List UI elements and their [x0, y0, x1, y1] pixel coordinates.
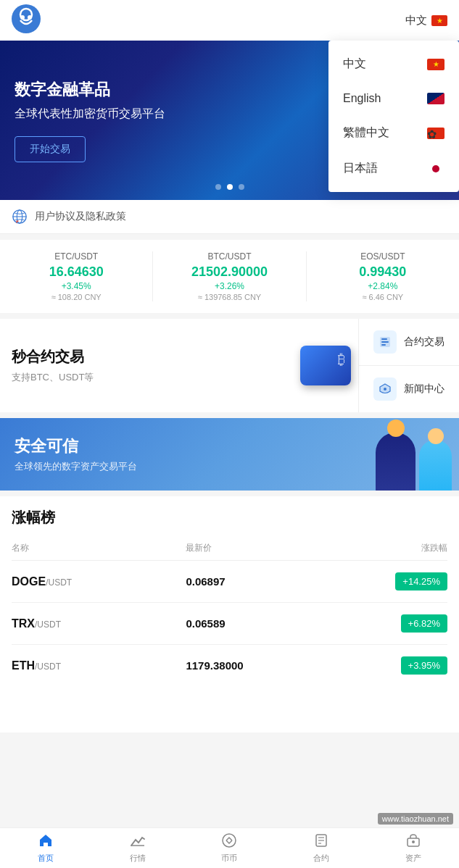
promo-banner[interactable]: 安全可信 全球领先的数字资产交易平台	[0, 418, 459, 491]
change-badge-eth: +3.95%	[401, 656, 447, 675]
market-row-doge[interactable]: DOGE/USDT 0.06897 +14.25%	[12, 561, 447, 603]
news-center-button[interactable]: 新闻中心	[359, 366, 459, 412]
price-pair-btc: BTC/USDT	[153, 251, 305, 262]
coin-name-doge: DOGE/USDT	[12, 575, 186, 588]
lang-option-zh[interactable]: 中文 ★	[328, 46, 459, 82]
market-header: 名称 最新价 涨跌幅	[12, 536, 447, 561]
price-change-btc: +3.26%	[153, 281, 305, 291]
coin-name-trx: TRX/USDT	[12, 617, 186, 630]
price-change-etc: +3.45%	[0, 281, 152, 291]
person1-figure	[376, 433, 415, 491]
person2-figure	[419, 440, 452, 491]
coin-price-trx: 0.06589	[186, 617, 331, 630]
lang-option-en[interactable]: English	[328, 82, 459, 115]
svg-point-3	[28, 15, 32, 20]
start-trading-button[interactable]: 开始交易	[15, 136, 86, 162]
promo-figures	[376, 433, 452, 491]
price-value-btc: 21502.90000	[153, 264, 305, 280]
nav-trade[interactable]: 币币	[183, 828, 276, 868]
language-dropdown: 中文 ★ English 繁體中文 ✿ 日本語	[328, 41, 459, 192]
flag-uk-icon	[427, 93, 444, 104]
market-section: 涨幅榜 名称 最新价 涨跌幅 DOGE/USDT 0.06897 +14.25%…	[0, 496, 459, 733]
coin-symbol-doge: DOGE	[12, 575, 46, 588]
coin-pair-trx: /USDT	[35, 619, 61, 630]
home-icon	[38, 832, 54, 851]
notice-globe-icon	[12, 209, 28, 225]
promo-text: 安全可信 全球领先的数字资产交易平台	[15, 435, 137, 473]
market-icon	[130, 832, 146, 851]
price-value-eos: 0.99430	[307, 264, 459, 280]
assets-icon	[405, 832, 421, 851]
col-header-name: 名称	[12, 542, 186, 554]
contract-trading-button[interactable]: 合约交易	[359, 319, 459, 366]
col-header-price: 最新价	[186, 542, 331, 554]
nav-assets[interactable]: 资产	[367, 828, 459, 868]
svg-point-25	[384, 388, 386, 391]
coin-price-doge: 0.06897	[186, 575, 331, 588]
coin-change-eth: +3.95%	[331, 656, 447, 675]
nav-home[interactable]: 首页	[0, 828, 92, 868]
coin-name-eth: ETH/USDT	[12, 659, 186, 672]
nav-home-label: 首页	[38, 853, 54, 864]
banner-dot-1[interactable]	[215, 184, 221, 190]
price-cny-btc: ≈ 139768.85 CNY	[153, 293, 305, 301]
price-cny-eos: ≈ 6.46 CNY	[307, 293, 459, 301]
feature-right-buttons: 合约交易 新闻中心	[358, 319, 459, 412]
trade-icon	[221, 832, 237, 851]
language-button[interactable]: 中文 ★	[405, 14, 447, 28]
feature-left: 秒合约交易 支持BTC、USDT等	[0, 319, 293, 412]
svg-point-2	[20, 15, 25, 20]
coin-change-trx: +6.82%	[331, 614, 447, 633]
nav-assets-label: 资产	[405, 853, 421, 864]
banner-text-area: 数字金融革品 全球代表性加密货币交易平台 开始交易	[15, 79, 165, 162]
market-row-eth[interactable]: ETH/USDT 1179.38000 +3.95%	[12, 645, 447, 686]
svg-rect-22	[381, 338, 387, 340]
nav-trade-label: 币币	[221, 853, 237, 864]
lang-option-tw[interactable]: 繁體中文 ✿	[328, 115, 459, 151]
features-section: 秒合约交易 支持BTC、USDT等 合约交易 新闻中心	[0, 319, 459, 412]
banner-title1: 数字金融革品	[15, 79, 165, 101]
flag-cn-icon: ★	[427, 59, 444, 70]
coin-price-eth: 1179.38000	[186, 659, 331, 672]
current-lang-label: 中文	[405, 14, 427, 28]
price-section: ETC/USDT 16.64630 +3.45% ≈ 108.20 CNY BT…	[0, 240, 459, 313]
watermark: www.tiaozhuan.net	[378, 813, 453, 825]
price-item-btc[interactable]: BTC/USDT 21502.90000 +3.26% ≈ 139768.85 …	[153, 251, 306, 301]
svg-point-27	[223, 834, 236, 847]
contract-icon	[313, 832, 329, 851]
nav-market[interactable]: 行情	[92, 828, 184, 868]
nav-market-label: 行情	[130, 853, 146, 864]
price-item-eos[interactable]: EOS/USDT 0.99430 +2.84% ≈ 6.46 CNY	[307, 251, 459, 301]
promo-subtitle: 全球领先的数字资产交易平台	[15, 460, 137, 473]
news-center-icon	[373, 377, 397, 401]
change-badge-doge: +14.25%	[395, 572, 447, 591]
coin-change-doge: +14.25%	[331, 572, 447, 591]
promo-title: 安全可信	[15, 435, 137, 457]
col-header-change: 涨跌幅	[331, 542, 447, 554]
banner-dot-2[interactable]	[227, 184, 233, 190]
bottom-navigation: 首页 行情 币币 合约 资产	[0, 827, 459, 868]
banner-dot-3[interactable]	[239, 184, 244, 190]
price-item-etc[interactable]: ETC/USDT 16.64630 +3.45% ≈ 108.20 CNY	[0, 251, 153, 301]
banner-dots	[215, 184, 244, 190]
lang-option-jp[interactable]: 日本語	[328, 151, 459, 186]
logo[interactable]	[12, 4, 41, 36]
svg-point-33	[412, 840, 415, 843]
coin-pair-doge: /USDT	[46, 577, 72, 588]
nav-contract[interactable]: 合约	[276, 828, 368, 868]
price-pair-etc: ETC/USDT	[0, 251, 152, 262]
price-value-etc: 16.64630	[0, 264, 152, 280]
notice-bar[interactable]: 用户协议及隐私政策	[0, 200, 459, 234]
current-flag-icon: ★	[431, 15, 447, 26]
flag-hk-icon: ✿	[427, 128, 444, 139]
nav-contract-label: 合约	[313, 853, 329, 864]
svg-rect-24	[381, 344, 386, 346]
market-row-trx[interactable]: TRX/USDT 0.06589 +6.82%	[12, 603, 447, 645]
coin-symbol-eth: ETH	[12, 659, 35, 672]
feature-icon-area	[293, 319, 358, 412]
contract-trading-icon	[373, 330, 397, 354]
feature-subtitle: 支持BTC、USDT等	[12, 371, 281, 384]
coin-pair-eth: /USDT	[35, 662, 61, 672]
market-title: 涨幅榜	[12, 508, 447, 527]
change-badge-trx: +6.82%	[401, 614, 447, 633]
